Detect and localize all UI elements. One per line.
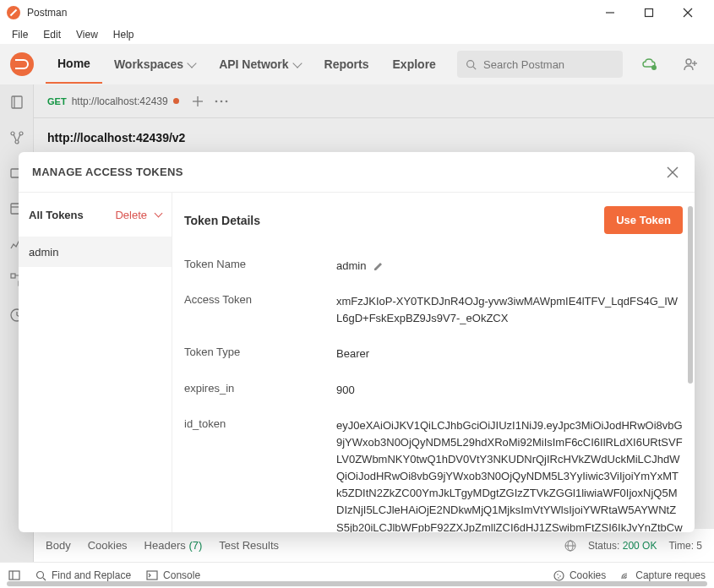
svg-line-34 [43, 578, 46, 580]
token-type-label: Token Type [184, 346, 336, 358]
id-token-label: id_token [184, 417, 336, 430]
sync-button[interactable] [636, 51, 663, 78]
menu-edit[interactable]: Edit [36, 26, 68, 43]
modal-close-button[interactable] [664, 164, 681, 181]
scrollbar[interactable] [688, 206, 693, 384]
access-token-value: xmFzJKIoP-XY0TKDJnR4OJg-yvw3iwMAWpmIE4lT… [336, 293, 683, 327]
id-token-row: id_token eyJ0eXAiOiJKV1QiLCJhbGciOiJIUzI… [184, 417, 683, 532]
nav-api-network-label: API Network [219, 57, 288, 71]
sidebar-toggle[interactable] [8, 569, 20, 581]
search-placeholder: Search Postman [483, 58, 564, 71]
nav-api-network[interactable]: API Network [207, 46, 312, 83]
access-token-label: Access Token [184, 293, 336, 306]
console-button[interactable]: Console [146, 569, 200, 581]
maximize-button[interactable] [630, 0, 668, 25]
time-label: Time: 5 [668, 540, 702, 552]
expires-in-label: expires_in [184, 382, 336, 395]
expires-in-row: expires_in 900 [184, 382, 683, 399]
svg-point-7 [686, 59, 691, 64]
minimize-button[interactable] [591, 0, 630, 25]
capture-button[interactable]: Capture reques [619, 569, 706, 581]
delete-dropdown[interactable]: Delete [115, 209, 161, 221]
search-input[interactable]: Search Postman [457, 51, 623, 78]
invite-button[interactable] [677, 51, 704, 78]
all-tokens-label: All Tokens [29, 209, 84, 221]
resp-tab-tests[interactable]: Test Results [219, 539, 279, 552]
window-title: Postman [27, 7, 67, 19]
resp-tab-cookies[interactable]: Cookies [88, 539, 128, 552]
token-list-item[interactable]: admin [19, 237, 172, 267]
manage-tokens-modal: MANAGE ACCESS TOKENS All Tokens Delete a… [19, 152, 695, 532]
globe-icon [564, 540, 576, 552]
cookie-icon [553, 570, 564, 581]
menubar: File Edit View Help [0, 25, 714, 44]
response-tabs: Body Cookies Headers (7) Test Results St… [34, 528, 714, 562]
postman-logo[interactable] [10, 52, 34, 76]
svg-point-37 [557, 574, 559, 575]
chevron-down-icon [155, 210, 163, 218]
modal-sidebar: All Tokens Delete admin [19, 193, 172, 532]
menu-view[interactable]: View [69, 26, 105, 43]
svg-point-36 [554, 571, 564, 580]
menu-help[interactable]: Help [106, 26, 141, 43]
edit-icon[interactable] [373, 261, 384, 272]
svg-point-39 [558, 577, 559, 579]
resp-tab-body[interactable]: Body [46, 539, 71, 552]
svg-rect-31 [9, 571, 19, 580]
console-icon [146, 570, 158, 580]
nav-workspaces[interactable]: Workspaces [102, 46, 207, 83]
cloud-icon [641, 57, 658, 71]
token-name-value: admin [336, 258, 366, 275]
satellite-icon [619, 570, 630, 581]
svg-rect-35 [147, 571, 157, 580]
search-icon [466, 59, 477, 70]
modal-main: Token Details Use Token Token Name admin… [172, 193, 695, 532]
nav-explore[interactable]: Explore [381, 46, 448, 83]
app-icon [7, 6, 20, 19]
nav-home[interactable]: Home [46, 45, 102, 84]
access-token-row: Access Token xmFzJKIoP-XY0TKDJnR4OJg-yvw… [184, 293, 683, 327]
svg-point-33 [37, 571, 44, 578]
chevron-down-icon [187, 58, 196, 68]
token-name-label: Token Name [184, 258, 336, 270]
find-replace-button[interactable]: Find and Replace [35, 569, 131, 581]
svg-point-38 [559, 575, 561, 577]
modal-title: MANAGE ACCESS TOKENS [32, 166, 183, 178]
close-button[interactable] [668, 0, 707, 25]
id-token-value: eyJ0eXAiOiJKV1QiLCJhbGciOiJIUzI1NiJ9.eyJ… [336, 417, 683, 532]
token-type-row: Token Type Bearer [184, 346, 683, 362]
modal-header: MANAGE ACCESS TOKENS [19, 152, 695, 193]
expires-in-value: 900 [336, 382, 683, 399]
horizontal-scrollbar[interactable] [7, 581, 707, 586]
token-type-value: Bearer [336, 346, 683, 362]
svg-line-5 [473, 66, 476, 68]
use-token-button[interactable]: Use Token [604, 206, 683, 234]
panel-icon [8, 569, 20, 581]
top-nav: Home Workspaces API Network Reports Expl… [0, 44, 714, 84]
search-icon [35, 570, 46, 581]
svg-point-4 [467, 60, 474, 67]
status-label: Status: 200 OK [588, 540, 657, 552]
svg-point-6 [651, 65, 657, 70]
nav-reports[interactable]: Reports [313, 46, 381, 83]
token-name-row: Token Name admin [184, 258, 683, 275]
menu-file[interactable]: File [5, 26, 35, 43]
close-icon [667, 166, 679, 178]
cookies-button[interactable]: Cookies [553, 569, 606, 581]
chevron-down-icon [292, 58, 302, 68]
details-title: Token Details [184, 214, 260, 227]
svg-rect-1 [646, 9, 653, 17]
titlebar: Postman [0, 0, 714, 25]
nav-workspaces-label: Workspaces [114, 57, 183, 71]
person-add-icon [683, 57, 698, 72]
resp-tab-headers[interactable]: Headers (7) [144, 539, 203, 552]
